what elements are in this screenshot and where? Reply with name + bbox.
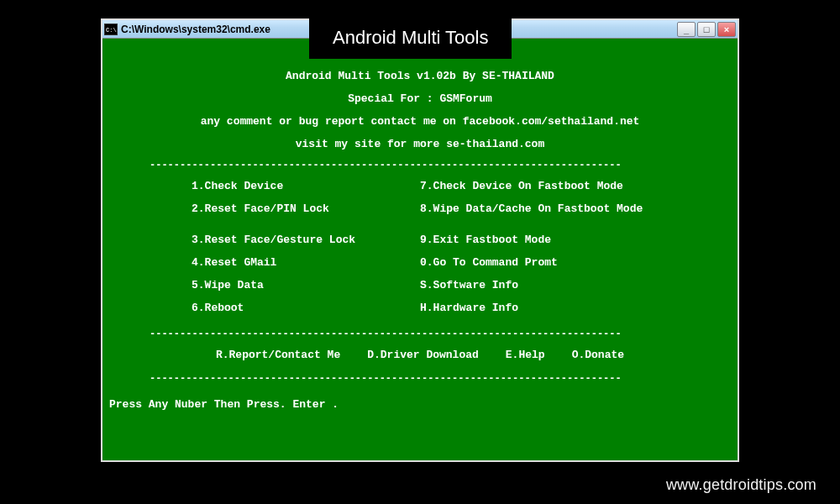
spacer — [420, 221, 732, 229]
separator-mid: ----------------------------------------… — [108, 328, 732, 339]
menu-item: 3.Reset Face/Gesture Lock — [108, 229, 420, 252]
footer-item: E.Help — [506, 348, 545, 364]
menu-item: 1.Check Device — [108, 176, 420, 198]
header-block: Android Multi Tools v1.02b By SE-THAILAN… — [108, 69, 732, 152]
spacer — [108, 221, 420, 229]
menu-item: 6.Reboot — [108, 297, 420, 320]
input-prompt[interactable]: Press Any Nuber Then Press. Enter . — [109, 397, 339, 413]
watermark: www.getdroidtips.com — [666, 476, 816, 494]
separator-bottom: ----------------------------------------… — [108, 372, 732, 384]
cmd-window: C:\Windows\system32\cmd.exe _ □ × Androi… — [101, 18, 739, 462]
footer-item: O.Donate — [572, 348, 624, 364]
menu-col-right: 7.Check Device On Fastboot Mode 8.Wipe D… — [420, 176, 732, 319]
footer-item: D.Driver Download — [367, 348, 479, 364]
window-buttons: _ □ × — [677, 22, 736, 37]
header-line-2: Special For : GSMForum — [108, 92, 732, 108]
overlay-title-badge: Android Multi Tools — [309, 17, 512, 59]
maximize-icon: □ — [704, 24, 710, 34]
footer-item: R.Report/Contact Me — [216, 348, 340, 364]
header-line-1: Android Multi Tools v1.02b By SE-THAILAN… — [108, 69, 732, 85]
minimize-icon: _ — [684, 24, 689, 34]
menu-item: 0.Go To Command Promt — [420, 252, 732, 275]
header-line-4: visit my site for more se-thailand.com — [108, 137, 732, 153]
close-icon: × — [724, 24, 729, 34]
menu-item: 2.Reset Face/PIN Lock — [108, 198, 420, 221]
menu-item: H.Hardware Info — [420, 297, 732, 320]
menu-item: 8.Wipe Data/Cache On Fastboot Mode — [420, 198, 732, 221]
menu-item: 9.Exit Fastboot Mode — [420, 229, 732, 252]
cmd-icon — [104, 24, 118, 35]
menu-columns: 1.Check Device 2.Reset Face/PIN Lock 3.R… — [108, 171, 732, 319]
footer-row: R.Report/Contact Me D.Driver Download E.… — [108, 339, 732, 367]
menu-col-left: 1.Check Device 2.Reset Face/PIN Lock 3.R… — [108, 176, 420, 319]
menu-item: 5.Wipe Data — [108, 275, 420, 297]
separator-top: ----------------------------------------… — [108, 159, 732, 171]
close-button[interactable]: × — [717, 22, 736, 37]
menu-item: 4.Reset GMail — [108, 252, 420, 275]
overlay-title-text: Android Multi Tools — [333, 27, 488, 48]
menu-item: 7.Check Device On Fastboot Mode — [420, 176, 732, 198]
terminal-body[interactable]: Android Multi Tools v1.02b By SE-THAILAN… — [102, 39, 738, 460]
minimize-button[interactable]: _ — [677, 22, 696, 37]
header-line-3: any comment or bug report contact me on … — [108, 114, 732, 130]
maximize-button[interactable]: □ — [697, 22, 716, 37]
menu-item: S.Software Info — [420, 275, 732, 297]
